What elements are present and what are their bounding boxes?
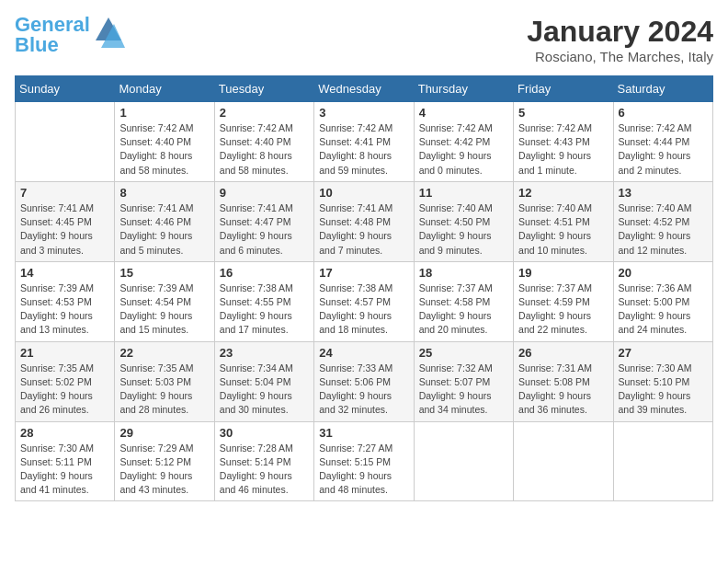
day-number: 24 <box>319 346 408 360</box>
day-info: Sunrise: 7:30 AM Sunset: 5:11 PM Dayligh… <box>20 442 109 498</box>
day-info: Sunrise: 7:42 AM Sunset: 4:40 PM Dayligh… <box>119 121 209 178</box>
weekday-header: Saturday <box>613 76 712 102</box>
day-info: Sunrise: 7:40 AM Sunset: 4:51 PM Dayligh… <box>518 201 608 258</box>
calendar-cell <box>613 421 712 501</box>
weekday-header: Monday <box>115 76 214 102</box>
day-info: Sunrise: 7:35 AM Sunset: 5:03 PM Dayligh… <box>119 362 209 418</box>
calendar-cell: 8Sunrise: 7:41 AM Sunset: 4:46 PM Daylig… <box>115 181 214 261</box>
day-number: 30 <box>220 426 309 440</box>
day-info: Sunrise: 7:37 AM Sunset: 4:59 PM Dayligh… <box>518 282 608 338</box>
month-title: January 2024 <box>527 15 713 49</box>
day-info: Sunrise: 7:32 AM Sunset: 5:07 PM Dayligh… <box>419 362 508 418</box>
day-info: Sunrise: 7:36 AM Sunset: 5:00 PM Dayligh… <box>619 282 708 338</box>
day-info: Sunrise: 7:38 AM Sunset: 4:55 PM Dayligh… <box>220 282 309 338</box>
calendar-cell <box>16 102 115 182</box>
day-info: Sunrise: 7:41 AM Sunset: 4:48 PM Dayligh… <box>319 201 408 258</box>
day-number: 6 <box>619 106 708 120</box>
day-info: Sunrise: 7:39 AM Sunset: 4:54 PM Dayligh… <box>119 282 209 338</box>
calendar-cell: 6Sunrise: 7:42 AM Sunset: 4:44 PM Daylig… <box>613 102 712 182</box>
calendar-cell: 12Sunrise: 7:40 AM Sunset: 4:51 PM Dayli… <box>514 181 613 261</box>
day-number: 16 <box>220 266 309 280</box>
calendar-cell: 2Sunrise: 7:42 AM Sunset: 4:40 PM Daylig… <box>214 102 313 182</box>
day-number: 15 <box>119 266 209 280</box>
day-number: 19 <box>518 266 608 280</box>
day-number: 2 <box>220 106 309 120</box>
day-number: 7 <box>20 186 109 200</box>
day-number: 1 <box>119 106 209 120</box>
calendar-cell: 21Sunrise: 7:35 AM Sunset: 5:02 PM Dayli… <box>16 341 115 421</box>
day-info: Sunrise: 7:42 AM Sunset: 4:44 PM Dayligh… <box>619 121 708 178</box>
calendar-cell: 9Sunrise: 7:41 AM Sunset: 4:47 PM Daylig… <box>214 181 313 261</box>
location: Rosciano, The Marches, Italy <box>527 49 713 64</box>
day-info: Sunrise: 7:40 AM Sunset: 4:52 PM Dayligh… <box>619 201 708 258</box>
weekday-header: Wednesday <box>314 76 414 102</box>
calendar-table: SundayMondayTuesdayWednesdayThursdayFrid… <box>15 75 713 501</box>
day-info: Sunrise: 7:42 AM Sunset: 4:40 PM Dayligh… <box>220 121 309 178</box>
day-number: 20 <box>619 266 708 280</box>
calendar-week-row: 28Sunrise: 7:30 AM Sunset: 5:11 PM Dayli… <box>16 421 713 501</box>
calendar-cell: 29Sunrise: 7:29 AM Sunset: 5:12 PM Dayli… <box>115 421 214 501</box>
calendar-cell: 27Sunrise: 7:30 AM Sunset: 5:10 PM Dayli… <box>613 341 712 421</box>
day-info: Sunrise: 7:34 AM Sunset: 5:04 PM Dayligh… <box>220 362 309 418</box>
calendar-cell <box>514 421 613 501</box>
calendar-cell: 28Sunrise: 7:30 AM Sunset: 5:11 PM Dayli… <box>16 421 115 501</box>
day-info: Sunrise: 7:40 AM Sunset: 4:50 PM Dayligh… <box>419 201 508 258</box>
day-number: 28 <box>20 426 109 440</box>
weekday-header: Thursday <box>414 76 513 102</box>
calendar-cell: 18Sunrise: 7:37 AM Sunset: 4:58 PM Dayli… <box>414 261 513 341</box>
calendar-cell: 3Sunrise: 7:42 AM Sunset: 4:41 PM Daylig… <box>314 102 414 182</box>
title-area: January 2024 Rosciano, The Marches, Ital… <box>527 15 713 64</box>
calendar-cell: 24Sunrise: 7:33 AM Sunset: 5:06 PM Dayli… <box>314 341 414 421</box>
day-info: Sunrise: 7:41 AM Sunset: 4:47 PM Dayligh… <box>220 201 309 258</box>
calendar-cell: 16Sunrise: 7:38 AM Sunset: 4:55 PM Dayli… <box>214 261 313 341</box>
day-info: Sunrise: 7:30 AM Sunset: 5:10 PM Dayligh… <box>619 362 708 418</box>
day-number: 3 <box>319 106 408 120</box>
day-number: 11 <box>419 186 508 200</box>
calendar-week-row: 14Sunrise: 7:39 AM Sunset: 4:53 PM Dayli… <box>16 261 713 341</box>
day-number: 23 <box>220 346 309 360</box>
calendar-cell: 26Sunrise: 7:31 AM Sunset: 5:08 PM Dayli… <box>514 341 613 421</box>
page-header: GeneralBlue January 2024 Rosciano, The M… <box>15 15 713 64</box>
day-number: 8 <box>119 186 209 200</box>
day-number: 18 <box>419 266 508 280</box>
calendar-cell: 5Sunrise: 7:42 AM Sunset: 4:43 PM Daylig… <box>514 102 613 182</box>
day-number: 29 <box>119 426 209 440</box>
day-number: 21 <box>20 346 109 360</box>
day-info: Sunrise: 7:29 AM Sunset: 5:12 PM Dayligh… <box>119 442 209 498</box>
day-info: Sunrise: 7:28 AM Sunset: 5:14 PM Dayligh… <box>220 442 309 498</box>
day-info: Sunrise: 7:39 AM Sunset: 4:53 PM Dayligh… <box>20 282 109 338</box>
calendar-cell: 15Sunrise: 7:39 AM Sunset: 4:54 PM Dayli… <box>115 261 214 341</box>
calendar-cell: 17Sunrise: 7:38 AM Sunset: 4:57 PM Dayli… <box>314 261 414 341</box>
calendar-week-row: 21Sunrise: 7:35 AM Sunset: 5:02 PM Dayli… <box>16 341 713 421</box>
day-info: Sunrise: 7:42 AM Sunset: 4:42 PM Dayligh… <box>419 121 508 178</box>
calendar-cell: 4Sunrise: 7:42 AM Sunset: 4:42 PM Daylig… <box>414 102 513 182</box>
day-number: 25 <box>419 346 508 360</box>
weekday-header: Tuesday <box>214 76 313 102</box>
calendar-cell: 22Sunrise: 7:35 AM Sunset: 5:03 PM Dayli… <box>115 341 214 421</box>
calendar-cell: 10Sunrise: 7:41 AM Sunset: 4:48 PM Dayli… <box>314 181 414 261</box>
weekday-header: Sunday <box>16 76 115 102</box>
day-number: 4 <box>419 106 508 120</box>
day-number: 27 <box>619 346 708 360</box>
day-number: 9 <box>220 186 309 200</box>
calendar-cell: 20Sunrise: 7:36 AM Sunset: 5:00 PM Dayli… <box>613 261 712 341</box>
day-info: Sunrise: 7:33 AM Sunset: 5:06 PM Dayligh… <box>319 362 408 418</box>
day-info: Sunrise: 7:37 AM Sunset: 4:58 PM Dayligh… <box>419 282 508 338</box>
calendar-cell: 23Sunrise: 7:34 AM Sunset: 5:04 PM Dayli… <box>214 341 313 421</box>
calendar-header-row: SundayMondayTuesdayWednesdayThursdayFrid… <box>16 76 713 102</box>
calendar-cell: 1Sunrise: 7:42 AM Sunset: 4:40 PM Daylig… <box>115 102 214 182</box>
day-number: 31 <box>319 426 408 440</box>
calendar-week-row: 1Sunrise: 7:42 AM Sunset: 4:40 PM Daylig… <box>16 102 713 182</box>
calendar-cell: 25Sunrise: 7:32 AM Sunset: 5:07 PM Dayli… <box>414 341 513 421</box>
calendar-cell: 19Sunrise: 7:37 AM Sunset: 4:59 PM Dayli… <box>514 261 613 341</box>
day-info: Sunrise: 7:38 AM Sunset: 4:57 PM Dayligh… <box>319 282 408 338</box>
calendar-cell: 11Sunrise: 7:40 AM Sunset: 4:50 PM Dayli… <box>414 181 513 261</box>
weekday-header: Friday <box>514 76 613 102</box>
logo: GeneralBlue <box>15 15 125 55</box>
calendar-cell <box>414 421 513 501</box>
day-number: 14 <box>20 266 109 280</box>
day-number: 26 <box>518 346 608 360</box>
logo-icon <box>92 13 125 50</box>
day-number: 12 <box>518 186 608 200</box>
day-number: 5 <box>518 106 608 120</box>
